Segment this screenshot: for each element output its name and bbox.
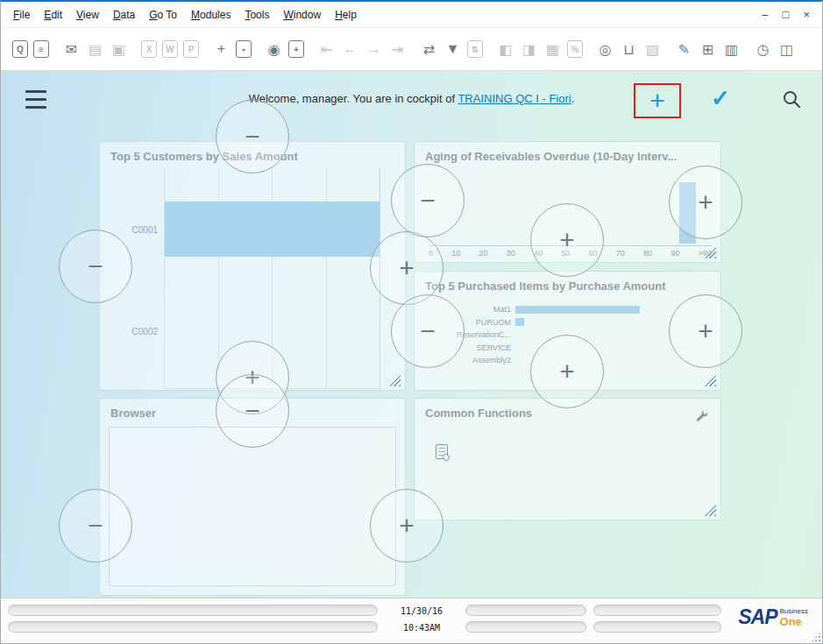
first-record-icon[interactable]: ⇤	[317, 40, 336, 59]
close-button[interactable]: ×	[803, 9, 810, 20]
document-shortcut-icon[interactable]	[436, 444, 448, 459]
form-settings-icon[interactable]: ⊞	[699, 40, 717, 59]
cockpit-area: Welcome, manager. You are in cockpit of …	[1, 71, 822, 598]
menu-items: FileEditViewDataGo ToModulesToolsWindowH…	[6, 5, 364, 25]
base-document-icon[interactable]: ◧	[496, 40, 514, 59]
window-resize-grip[interactable]	[811, 632, 821, 642]
add-widget-circle-button[interactable]: +	[530, 335, 604, 408]
add-widget-circle-button[interactable]: +	[370, 489, 443, 563]
sales-category-label: C0002	[103, 327, 158, 336]
export-word-icon[interactable]: W	[162, 40, 178, 58]
status-message-field	[8, 605, 378, 616]
filter-icon[interactable]: ▼	[443, 40, 462, 59]
email-icon[interactable]: ✉	[62, 40, 81, 59]
maximize-button[interactable]: □	[783, 9, 790, 20]
remove-widget-circle-button[interactable]: −	[391, 164, 465, 237]
refresh-icon[interactable]: ⇄	[420, 40, 438, 59]
menu-help[interactable]: Help	[328, 5, 364, 25]
lock-screen-icon[interactable]: ▪	[236, 40, 252, 58]
resize-handle[interactable]	[705, 505, 716, 516]
aging-x-tick: 70	[616, 249, 625, 258]
menu-modules[interactable]: Modules	[184, 5, 238, 25]
remove-widget-circle-button[interactable]: −	[59, 489, 132, 563]
cockpit-name-link[interactable]: TRAINING QC I - Fiori	[458, 92, 571, 105]
welcome-prefix: Welcome, manager. You are in cockpit of	[249, 92, 458, 105]
volume-weight-icon[interactable]: ⊔	[620, 40, 638, 59]
add-widget-highlight-box: +	[634, 83, 681, 118]
sort-icon[interactable]: ⇅	[467, 40, 483, 58]
status-info-field	[465, 621, 586, 633]
remove-widget-circle-button[interactable]: −	[216, 100, 289, 173]
menu-go-to[interactable]: Go To	[142, 5, 184, 25]
transaction-journal-icon[interactable]: ▨	[643, 40, 662, 59]
logo-one-text: One	[780, 616, 808, 628]
print-preview-icon[interactable]: ▤	[86, 40, 104, 59]
purchased-bar	[515, 318, 524, 326]
add-widget-circle-button[interactable]: +	[669, 166, 742, 239]
sales-bar	[165, 202, 380, 257]
edit-icon[interactable]: ✎	[675, 40, 693, 59]
resize-handle[interactable]	[705, 375, 716, 386]
next-record-icon[interactable]: →	[365, 40, 383, 59]
remove-widget-circle-button[interactable]: −	[216, 374, 289, 448]
aging-x-tick: 20	[479, 249, 488, 258]
add-widget-circle-button[interactable]: +	[530, 203, 604, 277]
menu-file[interactable]: File	[6, 5, 37, 25]
menu-view[interactable]: View	[69, 5, 106, 25]
aging-x-tick: 80	[643, 249, 652, 258]
payment-means-icon[interactable]: ◎	[596, 40, 614, 59]
status-info-field	[465, 605, 586, 616]
search-icon	[781, 88, 802, 110]
sap-business-one-logo: SAP Business One	[738, 606, 808, 628]
pan-icon[interactable]: +	[212, 40, 231, 59]
status-message-field	[8, 621, 378, 633]
aging-widget-title: Aging of Receivables Overdue (10-Day Int…	[415, 142, 720, 171]
welcome-text: Welcome, manager. You are in cockpit of …	[1, 92, 822, 105]
previous-record-icon[interactable]: ←	[341, 40, 359, 59]
export-pdf-icon[interactable]: P	[183, 40, 199, 58]
binoculars-find-icon[interactable]: ◉	[265, 40, 283, 59]
window-controls: – □ ×	[762, 9, 817, 20]
copy-icon[interactable]: ▣	[110, 40, 128, 59]
menu-tools[interactable]: Tools	[238, 5, 276, 25]
last-record-icon[interactable]: ⇥	[388, 40, 407, 59]
target-document-icon[interactable]: ◨	[520, 40, 538, 59]
wrench-icon[interactable]	[695, 409, 708, 426]
gross-profit-icon[interactable]: %	[567, 40, 583, 58]
status-info-field	[593, 621, 721, 633]
menu-window[interactable]: Window	[276, 5, 328, 25]
aging-x-tick: 90	[670, 249, 679, 258]
finalize-check-button[interactable]: ✓	[711, 85, 730, 112]
find-icon[interactable]: Q	[12, 40, 28, 58]
search-button[interactable]	[781, 88, 802, 113]
status-time: 10:43AM	[387, 623, 457, 633]
status-date: 11/30/16	[387, 606, 457, 616]
menu-edit[interactable]: Edit	[37, 5, 69, 25]
journal-entry-icon[interactable]: ▦	[543, 40, 562, 59]
status-bar: 11/30/16 10:43AM SAP Business One	[1, 598, 822, 643]
app-window: FileEditViewDataGo ToModulesToolsWindowH…	[0, 0, 823, 644]
recurring-transactions-icon[interactable]: ◷	[754, 40, 772, 59]
aging-x-tick: 30	[507, 249, 515, 258]
add-widget-circle-button[interactable]: +	[669, 294, 742, 368]
common-functions-widget[interactable]: Common Functions	[414, 398, 721, 520]
add-record-icon[interactable]: +	[288, 40, 304, 58]
print-icon[interactable]: ≡	[33, 40, 49, 58]
minimize-button[interactable]: –	[762, 9, 768, 20]
remove-widget-circle-button[interactable]: −	[391, 294, 465, 368]
aging-x-tick: 10	[451, 249, 460, 258]
toolbar: Q≡✉▤▣XWP+▪◉+⇤←→⇥⇄▼⇅◧◨▦%◎⊔▨✎⊞▥◷◫	[1, 28, 822, 71]
document-printing-icon[interactable]: ▥	[722, 40, 741, 59]
export-excel-icon[interactable]: X	[141, 40, 157, 58]
add-widget-button[interactable]: +	[649, 88, 665, 114]
hamburger-menu-icon[interactable]	[25, 90, 46, 109]
sap-logo-text: SAP	[738, 606, 777, 628]
welcome-suffix: .	[571, 92, 575, 105]
remove-widget-circle-button[interactable]: −	[59, 230, 132, 303]
menu-bar: FileEditViewDataGo ToModulesToolsWindowH…	[1, 2, 822, 28]
purchased-bar	[515, 306, 640, 314]
status-info-field	[593, 605, 721, 616]
resize-handle[interactable]	[389, 375, 401, 386]
menu-data[interactable]: Data	[106, 5, 142, 25]
queue-icon[interactable]: ◫	[777, 40, 796, 59]
